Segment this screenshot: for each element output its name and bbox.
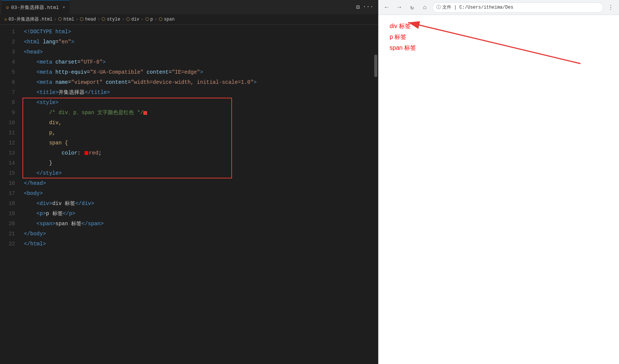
split-editor-icon[interactable]: ⊡ xyxy=(356,3,360,11)
line-num-15: 15 xyxy=(0,168,15,178)
line-num-14: 14 xyxy=(0,158,15,168)
line-num-17: 17 xyxy=(0,189,15,199)
home-icon: ⌂ xyxy=(423,4,427,11)
code-line-22: </html> xyxy=(24,239,373,249)
breadcrumb-sep4: › xyxy=(122,17,124,22)
breadcrumb-div-icon: ⬡ xyxy=(126,16,130,22)
line-numbers: 1 2 3 4 5 6 7 8 9 10 11 12 13 14 15 16 1… xyxy=(0,25,18,364)
code-line-8: <style> xyxy=(24,98,373,108)
back-button[interactable]: ← xyxy=(381,2,392,13)
tab-close-button[interactable]: × xyxy=(62,5,65,10)
code-line-21: </body> xyxy=(24,229,373,239)
editor-panel: ◇ 03-并集选择器.html × ⊡ ··· ◇ 03-并集选择器.html … xyxy=(0,0,378,364)
preview-p-text: p 标签 xyxy=(390,33,608,41)
home-button[interactable]: ⌂ xyxy=(420,2,430,13)
address-text: 文件 | C:/Users/itheima/Des xyxy=(442,4,513,10)
code-line-20: <span>span 标签</span> xyxy=(24,219,373,229)
breakpoint-dot xyxy=(143,111,147,115)
breadcrumb-html: ⬡ xyxy=(58,16,62,22)
code-line-12: span { xyxy=(24,138,373,148)
breadcrumb-file-icon: ◇ xyxy=(4,17,7,22)
line-num-5: 5 xyxy=(0,67,15,77)
breadcrumb-sep6: › xyxy=(155,17,157,22)
scrollbar-track[interactable] xyxy=(373,25,378,364)
code-line-11: p, xyxy=(24,128,373,138)
breadcrumb-head-label: head xyxy=(85,17,96,22)
lang-attr: lang xyxy=(43,37,55,47)
breadcrumb-html-label: html xyxy=(63,17,74,22)
preview-div-text: div 标签 xyxy=(390,22,608,30)
code-line-2: <html lang="en"> xyxy=(24,37,373,47)
color-swatch-red xyxy=(85,151,88,155)
breadcrumb-head-icon: ⬡ xyxy=(80,16,83,22)
breadcrumb-span-icon: ⬡ xyxy=(159,16,162,22)
line-num-10: 10 xyxy=(0,118,15,128)
breadcrumb-style-icon: ⬡ xyxy=(101,16,105,22)
breadcrumb-sep1: › xyxy=(54,17,57,22)
preview-span-text: span 标签 xyxy=(390,44,608,52)
back-icon: ← xyxy=(385,4,388,11)
line-num-21: 21 xyxy=(0,229,15,239)
code-line-13: color: red; xyxy=(24,148,373,158)
browser-content: div 标签 p 标签 span 标签 xyxy=(378,15,619,364)
file-tab[interactable]: ◇ 03-并集选择器.html × xyxy=(1,0,70,14)
refresh-button[interactable]: ↻ xyxy=(407,2,417,13)
browser-panel: ← → ↻ ⌂ ⓘ 文件 | C:/Users/itheima/Des ⋮ di… xyxy=(378,0,619,364)
line-num-11: 11 xyxy=(0,128,15,138)
breadcrumb-filename: 03-并集选择器.html xyxy=(9,16,53,22)
code-line-14: } xyxy=(24,158,373,168)
code-line-16: </head> xyxy=(24,178,373,189)
line-num-6: 6 xyxy=(0,77,15,88)
breadcrumb-div-label: div xyxy=(131,17,140,22)
file-type-icon: ◇ xyxy=(6,4,9,10)
breadcrumb-sep2: › xyxy=(76,17,78,22)
line-num-1: 1 xyxy=(0,27,15,37)
code-line-6: <meta name="viewport" content="width=dev… xyxy=(24,77,373,88)
tab-bar: ◇ 03-并集选择器.html × ⊡ ··· xyxy=(0,0,378,14)
line-num-9: 9 xyxy=(0,108,15,118)
line-num-22: 22 xyxy=(0,239,15,249)
line-num-19: 19 xyxy=(0,209,15,219)
breadcrumb-style-label: style xyxy=(107,17,120,22)
line-num-2: 2 xyxy=(0,37,15,47)
browser-menu-icon: ⋮ xyxy=(608,4,614,11)
more-actions-icon[interactable]: ··· xyxy=(363,3,373,11)
forward-button[interactable]: → xyxy=(394,2,405,13)
scrollbar-thumb[interactable] xyxy=(374,55,377,77)
line-num-16: 16 xyxy=(0,178,15,189)
doctype-tag: <!DOCTYPE html> xyxy=(24,27,71,37)
line-num-4: 4 xyxy=(0,57,15,67)
line-num-3: 3 xyxy=(0,47,15,57)
tab-bar-actions: ⊡ ··· xyxy=(356,3,376,11)
browser-toolbar: ← → ↻ ⌂ ⓘ 文件 | C:/Users/itheima/Des ⋮ xyxy=(378,0,619,15)
line-num-12: 12 xyxy=(0,138,15,148)
code-content[interactable]: <!DOCTYPE html> <html lang="en"> <head> … xyxy=(18,25,373,364)
info-icon: ⓘ xyxy=(436,4,441,10)
line-num-7: 7 xyxy=(0,88,15,98)
forward-icon: → xyxy=(397,4,401,11)
code-line-17: <body> xyxy=(24,189,373,199)
breadcrumb: ◇ 03-并集选择器.html › ⬡ html › ⬡ head › ⬡ st… xyxy=(0,14,378,25)
breadcrumb-p-icon: ⬡ xyxy=(145,16,149,22)
line-num-13: 13 xyxy=(0,148,15,158)
code-line-4: <meta charset="UTF-8"> xyxy=(24,57,373,67)
code-line-15: </style> xyxy=(24,168,373,178)
browser-menu-button[interactable]: ⋮ xyxy=(606,2,616,13)
code-line-18: <div>div 标签</div> xyxy=(24,199,373,209)
breadcrumb-span-label: span xyxy=(164,17,175,22)
code-area[interactable]: 1 2 3 4 5 6 7 8 9 10 11 12 13 14 15 16 1… xyxy=(0,25,378,364)
breadcrumb-sep5: › xyxy=(141,17,143,22)
line-num-18: 18 xyxy=(0,199,15,209)
code-line-5: <meta http-equiv="X-UA-Compatible" conte… xyxy=(24,67,373,77)
code-line-7: <title>并集选择器</title> xyxy=(24,88,373,98)
line-num-20: 20 xyxy=(0,219,15,229)
tab-filename: 03-并集选择器.html xyxy=(11,4,59,11)
annotation-arrow xyxy=(378,15,619,364)
code-line-19: <p>p 标签</p> xyxy=(24,209,373,219)
address-bar[interactable]: ⓘ 文件 | C:/Users/itheima/Des xyxy=(432,2,603,13)
html-open-tag: <html xyxy=(24,37,43,47)
code-line-3: <head> xyxy=(24,47,373,57)
code-line-10: div, xyxy=(24,118,373,128)
refresh-icon: ↻ xyxy=(410,4,414,11)
line-num-8: 8 xyxy=(0,98,15,108)
